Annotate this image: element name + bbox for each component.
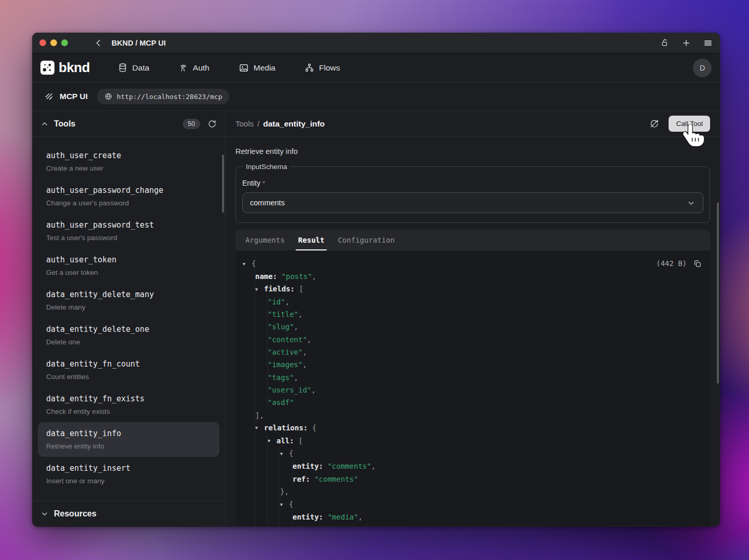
main-scrollbar-thumb[interactable] <box>717 202 719 384</box>
json-line: relations: { <box>243 422 702 435</box>
tool-list-item[interactable]: data_entity_fn_count Count entities <box>38 353 219 387</box>
tab[interactable]: Arguments <box>239 230 292 250</box>
expander-icon[interactable] <box>255 283 264 296</box>
window-title: BKND / MCP UI <box>112 39 165 47</box>
nav-item-data[interactable]: Data <box>118 63 149 73</box>
json-line: fields: [ <box>243 283 702 296</box>
tool-name: data_entity_delete_one <box>46 324 211 335</box>
nav-item-flows[interactable]: Flows <box>304 63 340 73</box>
json-line: "id", <box>243 296 702 308</box>
nav-item-media[interactable]: Media <box>239 63 275 73</box>
titlebar-actions <box>660 38 713 48</box>
mcp-url-pill[interactable]: http://localhost:28623/mcp <box>97 89 230 104</box>
tool-detail-description: Retrieve entity info <box>235 137 710 156</box>
app-navbar: bknd Data Auth Media Flows D <box>32 53 720 82</box>
json-line-tokens: entity: "media", <box>293 513 363 521</box>
expander-icon[interactable] <box>268 435 276 447</box>
back-button[interactable] <box>94 38 103 48</box>
json-lines: { name: "posts", fields: [ "id", "title"… <box>243 257 702 526</box>
tools-count-badge: 50 <box>183 119 200 129</box>
tool-list-item[interactable]: data_entity_delete_many Delete many <box>38 283 219 318</box>
json-line: ref: "images" <box>243 523 702 526</box>
call-tool-button[interactable]: Call Tool <box>669 116 710 132</box>
breadcrumb-separator: / <box>257 119 259 128</box>
breadcrumb-tools-link[interactable]: Tools <box>235 119 254 128</box>
breadcrumb-current-tool: data_entity_info <box>263 119 325 129</box>
bknd-logo[interactable]: bknd <box>40 60 90 76</box>
tool-name: auth_user_create <box>46 150 211 162</box>
json-line: "slug", <box>243 320 702 333</box>
tool-list-item[interactable]: data_entity_fn_exists Check if entity ex… <box>38 387 219 422</box>
expander-icon[interactable] <box>255 422 264 434</box>
user-avatar[interactable]: D <box>693 59 712 77</box>
json-line-tokens: "active", <box>268 348 307 356</box>
chevron-down-icon <box>687 199 696 207</box>
tool-name: data_entity_info <box>46 428 211 440</box>
titlebar: BKND / MCP UI <box>32 33 720 53</box>
json-line-tokens: name: "posts", <box>255 272 316 281</box>
expander-icon[interactable] <box>280 447 289 460</box>
json-line-tokens: "content", <box>268 335 311 344</box>
tools-section-title: Tools <box>54 119 75 129</box>
json-line: name: "posts", <box>243 270 702 283</box>
minimize-window-button[interactable] <box>50 39 57 46</box>
mcp-subheader: MCP UI http://localhost:28623/mcp <box>32 82 720 111</box>
tool-list-item[interactable]: data_entity_info Retrieve entity info <box>38 422 219 457</box>
json-line: { <box>243 447 702 460</box>
refresh-tools-icon[interactable] <box>207 119 217 129</box>
json-line-tokens: }, <box>280 487 289 496</box>
json-line: { <box>243 498 702 511</box>
json-line-tokens: ], <box>255 411 264 419</box>
menu-hamburger-icon[interactable] <box>703 38 713 48</box>
expander-icon[interactable] <box>243 258 252 270</box>
tool-list-item[interactable]: auth_user_create Create a new user <box>38 144 219 179</box>
tool-description: Count entities <box>46 372 211 382</box>
json-line-tokens: "images", <box>268 360 307 369</box>
chevron-up-icon[interactable] <box>40 120 49 128</box>
json-line-tokens: "slug", <box>268 323 298 331</box>
globe-icon <box>104 92 113 101</box>
json-line: "users_id", <box>243 384 702 396</box>
json-line-tokens: { <box>289 500 293 508</box>
bknd-logo-icon <box>40 61 54 75</box>
input-schema-fieldset: InputSchema Entity* comments <box>235 163 710 223</box>
chevron-left-icon <box>94 38 103 48</box>
zoom-window-button[interactable] <box>61 39 68 46</box>
lock-open-icon[interactable] <box>660 38 669 47</box>
tool-list-item[interactable]: auth_user_token Get a user token <box>38 248 219 283</box>
tool-list-item[interactable]: data_entity_delete_one Delete one <box>38 318 219 353</box>
json-line: "content", <box>243 333 702 346</box>
tool-description: Test a user's password <box>46 233 211 243</box>
resources-section-header[interactable]: Resources <box>32 501 225 526</box>
chevron-down-icon[interactable] <box>40 510 49 518</box>
result-size-label: (442 B) <box>656 257 687 270</box>
resources-section-title: Resources <box>54 509 96 519</box>
json-line-tokens: entity: "comments", <box>293 462 376 470</box>
desktop-wallpaper: { "titlebar": { "title": "BKND / MCP UI"… <box>0 0 749 560</box>
mcp-url: http://localhost:28623/mcp <box>117 93 223 101</box>
tool-list-item[interactable]: auth_user_password_test Test a user's pa… <box>38 214 219 248</box>
tool-name: data_entity_insert <box>46 463 211 474</box>
copy-icon[interactable] <box>693 259 702 268</box>
expander-icon[interactable] <box>280 498 289 511</box>
nav-item-auth[interactable]: Auth <box>178 63 210 73</box>
close-window-button[interactable] <box>39 39 46 46</box>
json-line-tokens: "id", <box>268 298 289 306</box>
tab[interactable]: Configuration <box>331 230 401 250</box>
new-tab-plus-icon[interactable] <box>682 38 691 48</box>
tools-section-header[interactable]: Tools 50 <box>32 111 225 137</box>
tool-description: Delete many <box>46 302 211 312</box>
tool-description: Create a new user <box>46 163 211 173</box>
tool-description: Retrieve entity info <box>46 441 211 451</box>
sidebar-scrollbar-thumb[interactable] <box>222 155 224 213</box>
json-line-tokens: relations: { <box>264 424 316 432</box>
tool-list-item[interactable]: data_entity_insert Insert one or many <box>38 457 219 492</box>
page-title: MCP UI <box>60 92 88 101</box>
tool-name: data_entity_fn_exists <box>46 393 211 405</box>
json-line-tokens: fields: [ <box>264 285 303 293</box>
auto-refresh-off-icon[interactable] <box>649 119 659 129</box>
entity-select[interactable]: comments <box>242 192 703 213</box>
json-line: "tags", <box>243 371 702 384</box>
tab[interactable]: Result <box>292 230 331 250</box>
tool-list-item[interactable]: auth_user_password_change Change a user'… <box>38 179 219 214</box>
